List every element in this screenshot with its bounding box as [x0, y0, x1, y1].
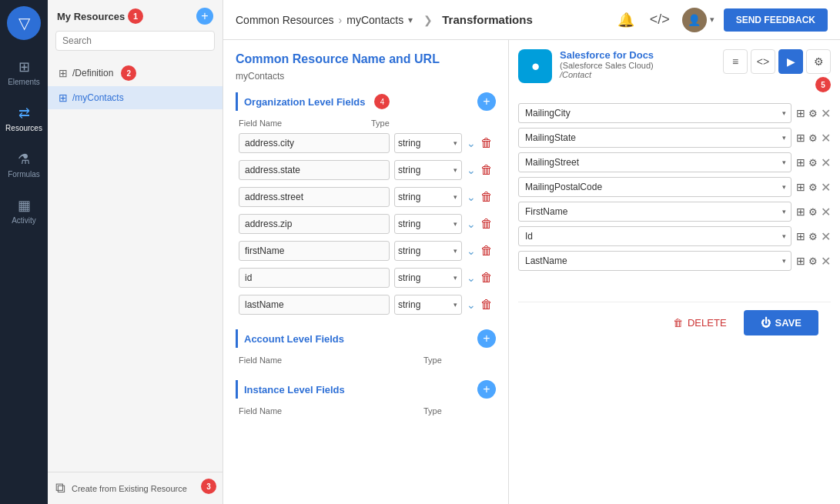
type-select-address-state[interactable]: string [394, 160, 462, 180]
mapping-select-firstname[interactable]: FirstName [518, 202, 791, 222]
type-select-address-street[interactable]: string [394, 187, 462, 207]
resource-item-definition[interactable]: ⊞ /Definition 2 [48, 60, 223, 86]
mapping-select-id[interactable]: Id [518, 226, 791, 246]
map-gear-2[interactable]: ⚙ [808, 132, 818, 144]
field-chevron-id[interactable]: ⌄ [467, 272, 476, 284]
field-chevron-address-street[interactable]: ⌄ [467, 191, 476, 203]
type-wrapper-lastname: string ▾ [394, 295, 462, 315]
map-x-1[interactable]: ✕ [821, 106, 831, 121]
top-bar: Common Resources › myContacts ▾ ❯ Transf… [223, 0, 840, 40]
map-x-5[interactable]: ✕ [821, 205, 831, 219]
map-list-icon-4[interactable]: ⊞ [796, 181, 805, 193]
resources-icon: ⇄ [18, 105, 30, 122]
add-resource-button[interactable]: + [196, 8, 213, 25]
map-list-icon-2[interactable]: ⊞ [796, 132, 805, 144]
avatar-button[interactable]: 👤 ▾ [682, 8, 715, 32]
type-select-id[interactable]: string [394, 268, 462, 288]
mapping-actions-3: ⊞ ⚙ ✕ [796, 155, 831, 170]
org-add-field-button[interactable]: + [477, 92, 496, 111]
create-from-button[interactable]: ⧉ Create from Existing Resource 3 [48, 472, 223, 504]
mapping-select-wrapper-2: MailingState ▾ [518, 128, 791, 148]
map-gear-7[interactable]: ⚙ [808, 255, 818, 267]
sidebar-item-activity[interactable]: ▦ Activity [2, 191, 46, 231]
type-select-address-city[interactable]: string [394, 133, 462, 153]
field-delete-firstname[interactable]: 🗑 [480, 244, 493, 258]
field-name-input-address-street[interactable] [239, 187, 390, 207]
mapping-row-id: Id ▾ ⊞ ⚙ ✕ [518, 226, 831, 246]
map-gear-4[interactable]: ⚙ [808, 182, 818, 193]
delete-button[interactable]: 🗑 DELETE [664, 311, 736, 335]
sf-settings-button[interactable]: ⚙ [806, 49, 831, 74]
type-wrapper-id: string ▾ [394, 268, 462, 288]
map-gear-6[interactable]: ⚙ [808, 231, 818, 242]
create-from-icon: ⧉ [55, 480, 65, 496]
mapping-actions-5: ⊞ ⚙ ✕ [796, 205, 831, 219]
map-list-icon-6[interactable]: ⊞ [796, 230, 805, 242]
send-feedback-button[interactable]: SEND FEEDBACK [724, 8, 828, 32]
field-delete-id[interactable]: 🗑 [480, 271, 493, 285]
sf-filter-button[interactable]: ≡ [723, 49, 748, 74]
field-chevron-firstname[interactable]: ⌄ [467, 245, 476, 257]
org-col-headers: Field Name Type [236, 117, 496, 131]
mapping-select-mailingstate[interactable]: MailingState [518, 128, 791, 148]
mapping-row-lastname: LastName ▾ ⊞ ⚙ ✕ [518, 251, 831, 271]
action-bar: 🗑 DELETE ⏻ SAVE [518, 302, 831, 343]
save-button[interactable]: ⏻ SAVE [744, 310, 818, 335]
sidebar-item-resources[interactable]: ⇄ Resources [2, 98, 46, 139]
field-chevron-address-zip[interactable]: ⌄ [467, 218, 476, 230]
field-delete-lastname[interactable]: 🗑 [480, 298, 493, 312]
code-icon[interactable]: </> [647, 8, 673, 31]
notification-icon[interactable]: 🔔 [614, 8, 638, 32]
field-name-input-firstname[interactable] [239, 241, 390, 261]
mapping-select-mailingstreet[interactable]: MailingStreet [518, 152, 791, 172]
mapping-select-mailingpostalcode[interactable]: MailingPostalCode [518, 177, 791, 197]
type-select-firstname[interactable]: string [394, 241, 462, 261]
sf-code-button[interactable]: <> [751, 49, 775, 74]
mapping-actions-6: ⊞ ⚙ ✕ [796, 229, 831, 244]
field-name-input-address-state[interactable] [239, 160, 390, 180]
logo-button[interactable]: ▽ [7, 6, 41, 40]
type-select-address-zip[interactable]: string [394, 214, 462, 234]
field-chevron-address-city[interactable]: ⌄ [467, 137, 476, 149]
search-input[interactable] [55, 31, 215, 51]
instance-add-field-button[interactable]: + [477, 380, 496, 399]
sf-info: Salesforce for Docs (Salesforce Sales Cl… [560, 49, 715, 79]
map-x-4[interactable]: ✕ [821, 180, 831, 195]
map-x-6[interactable]: ✕ [821, 229, 831, 244]
mapping-select-wrapper-3: MailingStreet ▾ [518, 152, 791, 172]
breadcrumb-dropdown-icon[interactable]: ▾ [408, 15, 413, 25]
map-list-icon-3[interactable]: ⊞ [796, 156, 805, 169]
account-add-field-button[interactable]: + [477, 329, 496, 348]
field-chevron-lastname[interactable]: ⌄ [467, 299, 476, 311]
mapping-select-mailingcity[interactable]: MailingCity [518, 103, 791, 123]
resource-item-mycontacts[interactable]: ⊞ /myContacts [48, 86, 223, 109]
field-delete-address-city[interactable]: 🗑 [480, 136, 493, 150]
map-list-icon-1[interactable]: ⊞ [796, 107, 805, 119]
avatar: 👤 [682, 8, 707, 32]
field-delete-address-zip[interactable]: 🗑 [480, 217, 493, 231]
sidebar-item-formulas[interactable]: ⚗ Formulas [2, 145, 46, 185]
sf-play-button[interactable]: ▶ [778, 49, 803, 74]
field-name-input-id[interactable] [239, 268, 390, 288]
type-select-lastname[interactable]: string [394, 295, 462, 315]
map-gear-5[interactable]: ⚙ [808, 206, 818, 218]
map-gear-1[interactable]: ⚙ [808, 108, 818, 119]
mapping-select-lastname[interactable]: LastName [518, 251, 791, 271]
type-wrapper-firstname: string ▾ [394, 241, 462, 261]
field-name-input-lastname[interactable] [239, 295, 390, 315]
field-row-id: string ▾ ⌄ 🗑 [236, 265, 496, 290]
map-x-7[interactable]: ✕ [821, 254, 831, 269]
field-chevron-address-state[interactable]: ⌄ [467, 164, 476, 176]
field-delete-address-street[interactable]: 🗑 [480, 190, 493, 204]
map-list-icon-7[interactable]: ⊞ [796, 255, 805, 267]
sidebar-item-elements[interactable]: ⊞ Elements [2, 52, 46, 92]
field-name-input-address-city[interactable] [239, 133, 390, 153]
field-delete-address-state[interactable]: 🗑 [480, 163, 493, 177]
map-list-icon-5[interactable]: ⊞ [796, 205, 805, 218]
sf-badge-5: 5 [815, 77, 831, 92]
field-name-input-address-zip[interactable] [239, 214, 390, 234]
map-x-2[interactable]: ✕ [821, 131, 831, 145]
panel-title: Common Resource Name and URL [236, 52, 496, 66]
map-x-3[interactable]: ✕ [821, 155, 831, 170]
map-gear-3[interactable]: ⚙ [808, 157, 818, 169]
